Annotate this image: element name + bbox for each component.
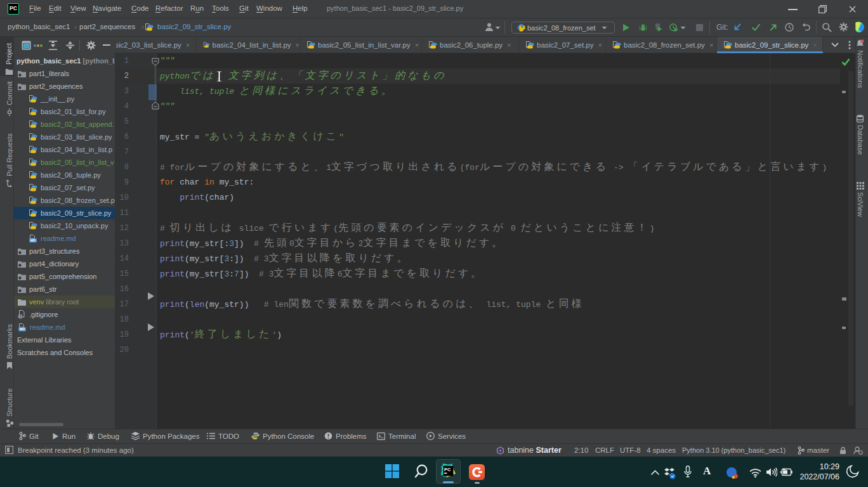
svg-text:MD: MD <box>30 238 36 242</box>
svg-text:MD: MD <box>20 327 25 331</box>
svg-text:PC: PC <box>444 467 451 472</box>
